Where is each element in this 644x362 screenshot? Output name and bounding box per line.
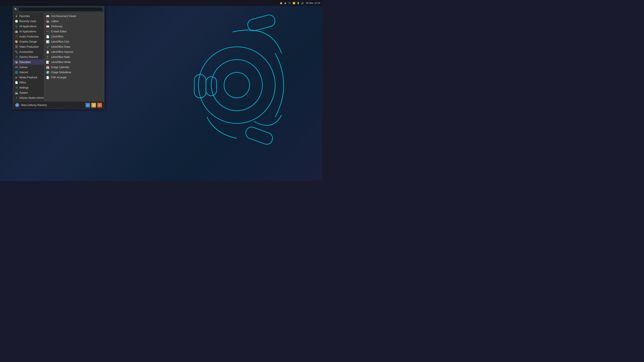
app-icon-libreoffice-math: ∑ (46, 55, 50, 59)
category-item-all-applications[interactable]: ⊞All Applications (13, 24, 44, 29)
datetime: 06 Mar, 22:34 (306, 2, 320, 4)
category-item-davinci-resolve[interactable]: ⚙DaVinci Resolve (13, 54, 44, 60)
app-item-libreoffice-calc[interactable]: 📊LibreOffice Calc (44, 39, 104, 44)
app-item-orage-globaltime[interactable]: 🌍Orage Globaltime (44, 70, 104, 75)
app-icon-atril: 📖 (46, 14, 50, 18)
category-item-audio-production[interactable]: 🎵Audio Production (13, 34, 44, 39)
app-item-orage-calendar[interactable]: 📅Orage Calendar (44, 65, 104, 70)
desktop: 🔔 ▣ 🔌 📶 🔋 🔊 06 Mar, 22:34 (0, 0, 322, 181)
wifi-icon[interactable]: 📶 (292, 1, 296, 4)
category-label-settings: Settings (20, 86, 28, 89)
ubuntu-studio-logo (190, 11, 296, 149)
app-label-orage-globaltime: Orage Globaltime (51, 71, 71, 74)
category-item-education[interactable]: 📚Education (13, 60, 44, 65)
app-label-pdf-arranger: PDF Arranger (51, 76, 67, 79)
lock-button[interactable]: ⇌ (86, 103, 90, 107)
category-item-ubuntu-studio-info[interactable]: ℹUbuntu Studio Information (13, 95, 44, 100)
category-label-accessories: Accessories (20, 50, 33, 53)
taskbar-right: 🔔 ▣ 🔌 📶 🔋 🔊 06 Mar, 22:34 (280, 1, 320, 4)
app-item-libreoffice-math[interactable]: ∑LibreOffice Math (44, 54, 104, 60)
app-icon-libreoffice-draw: 🖊 (46, 45, 50, 48)
category-icon-internet: 🌐 (15, 71, 18, 74)
app-icon-calibre: 📚 (46, 19, 50, 23)
app-label-libreoffice-calc: LibreOffice Calc (51, 40, 69, 43)
logout-button[interactable]: ✕ (97, 103, 102, 107)
power-button[interactable]: ★ (91, 103, 96, 107)
menu-footer: M Mark Anthony Ramirez ⇌ ★ ✕ (13, 101, 104, 109)
menu-body: ★Favorites🕐Recently Used⊞All Application… (13, 13, 104, 101)
category-icon-accessories: 🔧 (15, 50, 18, 54)
category-icon-all-applications: ⊞ (15, 25, 18, 28)
categories-panel: ★Favorites🕐Recently Used⊞All Application… (13, 13, 44, 101)
app-label-libreoffice-writer: LibreOffice Writer (51, 61, 71, 64)
svg-rect-0 (246, 14, 276, 32)
category-item-office[interactable]: 📄Office (13, 80, 44, 85)
app-item-libreoffice-draw[interactable]: 🖊LibreOffice Draw (44, 44, 104, 49)
battery-icon[interactable]: 🔋 (297, 1, 300, 4)
search-input[interactable] (18, 7, 103, 12)
app-label-orage-calendar: Orage Calendar (51, 66, 69, 69)
category-item-system[interactable]: 💻System (13, 90, 44, 95)
app-icon-orage-calendar: 📅 (46, 65, 50, 69)
app-icon-dictionary: 📖 (46, 25, 50, 28)
category-icon-ai-applications: 🤖 (15, 30, 18, 33)
category-label-davinci-resolve: DaVinci Resolve (20, 55, 38, 58)
svg-point-1 (198, 47, 275, 123)
app-label-calibre: calibre (51, 20, 58, 23)
app-item-atril[interactable]: 📖Atril Document Viewer (44, 14, 104, 19)
apps-panel: 📖Atril Document Viewer📚calibre📖Dictionar… (44, 13, 104, 101)
app-label-dictionary: Dictionary (51, 25, 62, 28)
svg-point-3 (224, 72, 250, 98)
username: Mark Anthony Ramirez (21, 104, 47, 107)
logo-area (190, 11, 296, 149)
app-label-ebook-editor: E-book Editor (51, 30, 67, 33)
category-icon-ubuntu-studio-info: ℹ (15, 96, 18, 100)
app-item-libreoffice-writer[interactable]: 📝LibreOffice Writer (44, 60, 104, 65)
app-item-calibre[interactable]: 📚calibre (44, 19, 104, 24)
user-avatar: M (15, 103, 20, 107)
category-item-accessories[interactable]: 🔧Accessories (13, 49, 44, 54)
category-icon-games: 🎮 (15, 65, 18, 69)
category-label-video-production: Video Production (20, 45, 39, 48)
category-label-system: System (20, 91, 28, 94)
app-label-libreoffice-impress: LibreOffice Impress (51, 50, 73, 53)
bell-icon[interactable]: 🔔 (280, 1, 282, 4)
category-item-ai-applications[interactable]: 🤖AI Applications (13, 29, 44, 34)
network-icon[interactable]: 🔌 (288, 1, 291, 4)
volume-icon[interactable]: 🔊 (301, 1, 304, 4)
search-icon: 🔍 (14, 8, 18, 11)
app-icon-orage-globaltime: 🌍 (46, 71, 50, 74)
category-item-settings[interactable]: ⚙Settings (13, 85, 44, 90)
category-label-favorites: Favorites (20, 15, 30, 18)
app-item-ebook-editor[interactable]: ✏E-book Editor (44, 29, 104, 34)
app-label-libreoffice: LibreOffice (51, 35, 64, 38)
category-label-media-playback: Media Playback (20, 76, 38, 79)
category-label-ai-applications: AI Applications (20, 30, 36, 33)
taskbar: 🔔 ▣ 🔌 📶 🔋 🔊 06 Mar, 22:34 (0, 0, 322, 6)
app-icon-libreoffice-impress: 📋 (46, 50, 50, 54)
category-item-recently-used[interactable]: 🕐Recently Used (13, 19, 44, 24)
app-item-libreoffice[interactable]: 📄LibreOffice (44, 34, 104, 39)
category-icon-media-playback: ▶ (15, 76, 18, 79)
category-icon-video-production: 🎬 (15, 45, 18, 48)
search-bar: 🔍 (13, 6, 104, 13)
category-label-graphic-design: Graphic Design (20, 40, 37, 43)
app-icon-libreoffice-writer: 📝 (46, 60, 50, 64)
app-label-atril: Atril Document Viewer (51, 15, 76, 18)
category-label-all-applications: All Applications (20, 25, 37, 28)
category-item-favorites[interactable]: ★Favorites (13, 14, 44, 19)
category-item-internet[interactable]: 🌐Internet (13, 70, 44, 75)
category-icon-audio-production: 🎵 (15, 35, 18, 38)
footer-actions: ⇌ ★ ✕ (86, 103, 102, 107)
app-item-pdf-arranger[interactable]: 📑PDF Arranger (44, 75, 104, 80)
app-item-dictionary[interactable]: 📖Dictionary (44, 24, 104, 29)
category-icon-office: 📄 (15, 81, 18, 84)
app-menu: 🔍 ★Favorites🕐Recently Used⊞All Applicati… (13, 6, 104, 109)
display-icon[interactable]: ▣ (284, 1, 287, 4)
category-item-graphic-design[interactable]: 🎨Graphic Design (13, 39, 44, 44)
category-item-video-production[interactable]: 🎬Video Production (13, 44, 44, 49)
category-item-games[interactable]: 🎮Games (13, 65, 44, 70)
app-icon-libreoffice: 📄 (46, 35, 50, 38)
app-item-libreoffice-impress[interactable]: 📋LibreOffice Impress (44, 49, 104, 54)
category-item-media-playback[interactable]: ▶Media Playback (13, 75, 44, 80)
